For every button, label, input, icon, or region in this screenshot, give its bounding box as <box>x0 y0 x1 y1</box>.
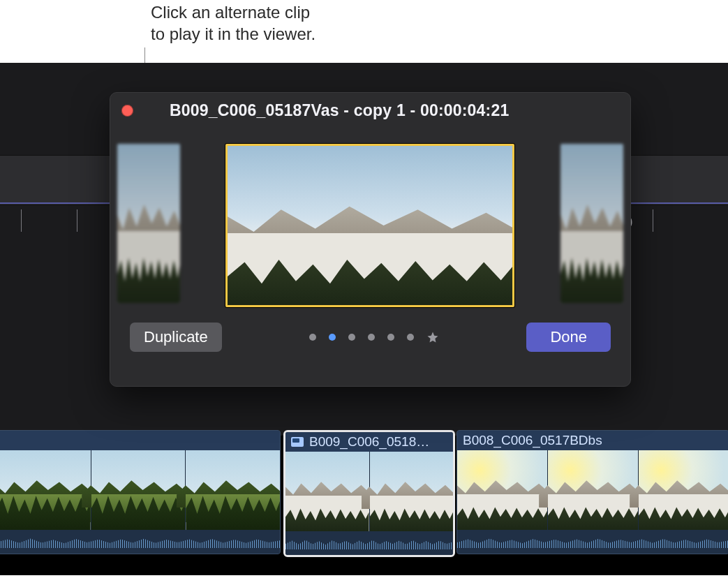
alternate-clip-thumbnail[interactable] <box>560 144 623 303</box>
timeline-clip[interactable] <box>0 430 281 554</box>
page-dot[interactable] <box>309 334 316 341</box>
page-indicator[interactable] <box>309 331 439 343</box>
selected-clip-thumbnail[interactable] <box>225 144 514 307</box>
page-dot[interactable] <box>387 334 394 341</box>
close-button[interactable] <box>121 105 133 117</box>
done-button[interactable]: Done <box>526 323 611 352</box>
ruler-tick <box>77 209 77 232</box>
page-dot[interactable] <box>329 334 336 341</box>
timeline[interactable]: B009_C006_0518… B008_C006_0517BDbs <box>0 430 728 556</box>
audition-popover: B009_C006_05187Vas - copy 1 - 00:00:04:2… <box>110 92 631 387</box>
ruler-tick <box>21 209 22 232</box>
timeline-clip[interactable]: B009_C006_0518… <box>283 430 455 557</box>
page-dot[interactable] <box>407 334 414 341</box>
audio-waveform <box>0 530 280 554</box>
timeline-clip[interactable]: B008_C006_0517BDbs <box>456 430 728 554</box>
audition-carousel <box>110 131 630 313</box>
audio-waveform <box>285 531 453 555</box>
clip-label: B009_C006_0518… <box>309 434 429 450</box>
duplicate-button[interactable]: Duplicate <box>130 323 222 352</box>
alternate-clip-thumbnail[interactable] <box>117 144 180 303</box>
clip-label: B008_C006_0517BDbs <box>463 433 602 448</box>
ruler-tick <box>653 209 653 232</box>
callout-text: Click an alternate clip to play it in th… <box>151 1 315 45</box>
audio-waveform <box>457 530 728 554</box>
page-dot[interactable] <box>368 334 375 341</box>
popover-title: B009_C006_05187Vas - copy 1 - 00:00:04:2… <box>170 101 509 120</box>
star-icon[interactable] <box>426 331 439 343</box>
audition-badge-icon <box>291 437 304 447</box>
page-dot[interactable] <box>348 334 355 341</box>
